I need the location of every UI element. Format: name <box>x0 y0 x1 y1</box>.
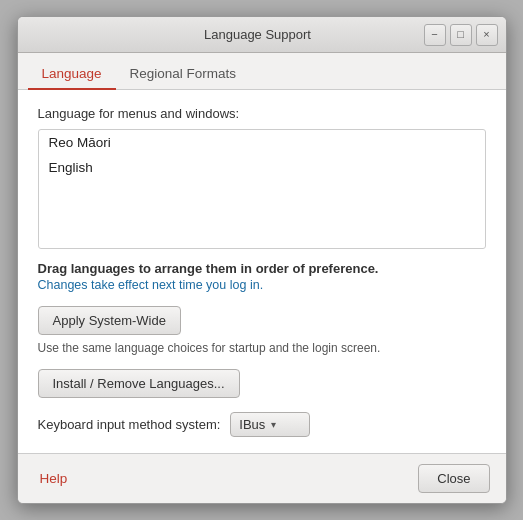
apply-row: Apply System-Wide <box>38 306 486 335</box>
install-remove-languages-button[interactable]: Install / Remove Languages... <box>38 369 240 398</box>
titlebar: Language Support − □ × <box>18 17 506 53</box>
language-list: Reo Māori English <box>38 129 486 249</box>
language-section-label: Language for menus and windows: <box>38 106 486 121</box>
maximize-button[interactable]: □ <box>450 24 472 46</box>
language-item-english[interactable]: English <box>39 155 485 180</box>
install-row: Install / Remove Languages... <box>38 369 486 398</box>
keyboard-dropdown[interactable]: IBus ▾ <box>230 412 310 437</box>
keyboard-label: Keyboard input method system: <box>38 417 221 432</box>
keyboard-row: Keyboard input method system: IBus ▾ <box>38 412 486 437</box>
minimize-button[interactable]: − <box>424 24 446 46</box>
help-button[interactable]: Help <box>34 467 74 490</box>
close-button[interactable]: Close <box>418 464 489 493</box>
tab-regional-formats[interactable]: Regional Formats <box>116 59 251 90</box>
chevron-down-icon: ▾ <box>271 419 276 430</box>
language-item-reo-maori[interactable]: Reo Māori <box>39 130 485 155</box>
apply-hint: Use the same language choices for startu… <box>38 341 486 355</box>
apply-system-wide-button[interactable]: Apply System-Wide <box>38 306 181 335</box>
titlebar-controls: − □ × <box>424 24 498 46</box>
tab-language[interactable]: Language <box>28 59 116 90</box>
window-title: Language Support <box>92 27 424 42</box>
drag-subhint: Changes take effect next time you log in… <box>38 278 486 292</box>
tab-content: Language for menus and windows: Reo Māor… <box>18 90 506 453</box>
keyboard-dropdown-value: IBus <box>239 417 265 432</box>
drag-hint: Drag languages to arrange them in order … <box>38 261 486 276</box>
footer: Help Close <box>18 453 506 503</box>
close-window-button[interactable]: × <box>476 24 498 46</box>
tab-bar: Language Regional Formats <box>18 53 506 90</box>
main-window: Language Support − □ × Language Regional… <box>17 16 507 504</box>
